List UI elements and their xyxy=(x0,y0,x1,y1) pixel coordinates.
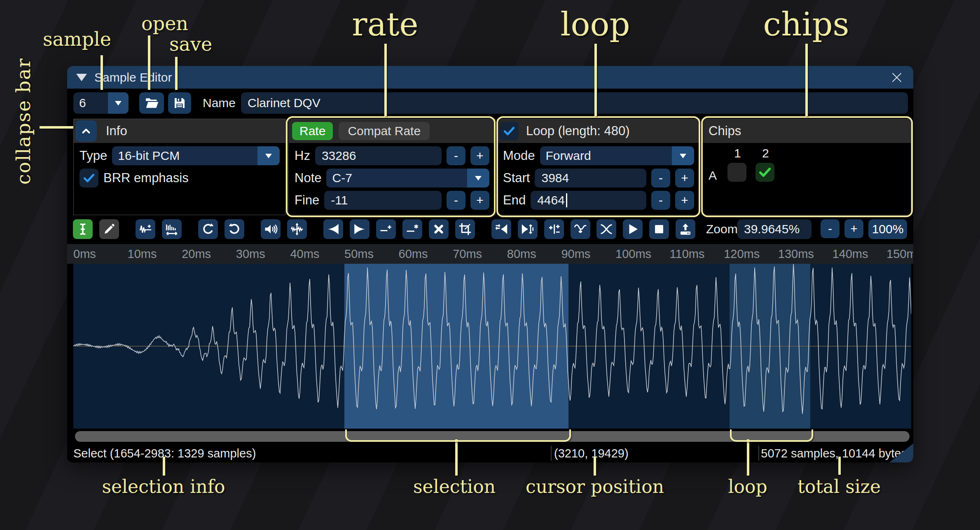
loop-end-input[interactable]: 4464 xyxy=(531,191,646,210)
chip-2-checkbox[interactable] xyxy=(755,163,774,182)
chip-1-checkbox[interactable] xyxy=(727,163,746,182)
annotation-total-size: total size xyxy=(798,476,881,497)
chips-panel: Chips 1 2 A xyxy=(702,119,911,215)
brr-emphasis-checkbox[interactable] xyxy=(80,169,98,188)
status-bar: Select (1654-2983: 1329 samples) (3210, … xyxy=(67,444,913,462)
fade-out-icon xyxy=(353,222,367,236)
filter-wave-icon xyxy=(573,222,587,236)
reverse-button[interactable] xyxy=(491,219,511,239)
loop-mode-select[interactable]: Forward xyxy=(540,146,694,165)
sample-index-value: 6 xyxy=(73,92,108,114)
horizontal-scrollbar[interactable] xyxy=(75,431,910,442)
hz-input[interactable]: 33286 xyxy=(315,146,442,165)
window-collapse-triangle-icon[interactable] xyxy=(76,74,87,81)
chevron-down-icon[interactable] xyxy=(108,92,129,114)
fade-out-button[interactable] xyxy=(350,219,370,239)
brr-emphasis-label: BRR emphasis xyxy=(103,171,189,185)
apply-silence-button[interactable] xyxy=(402,219,422,239)
fade-in-button[interactable] xyxy=(323,219,343,239)
ruler-tick: 120ms xyxy=(724,244,760,264)
upload-icon xyxy=(678,222,692,236)
annotation-rate: rate xyxy=(352,6,418,43)
loop-start-minus-button[interactable]: - xyxy=(651,169,670,188)
zoom-in-button[interactable]: + xyxy=(844,219,863,238)
hz-minus-button[interactable]: - xyxy=(447,146,465,165)
note-value: C-7 xyxy=(326,169,467,188)
fine-input[interactable]: -11 xyxy=(324,191,442,210)
filter-button[interactable] xyxy=(571,219,590,239)
open-sample-button[interactable] xyxy=(139,92,164,114)
annotation-save: save xyxy=(169,33,212,55)
zoom-label: Zoom xyxy=(706,219,738,239)
loop-start-plus-button[interactable]: + xyxy=(675,169,694,188)
annotation-selection: selection xyxy=(413,476,496,497)
ruler-tick: 130ms xyxy=(778,244,814,264)
draw-mode-button[interactable] xyxy=(99,219,119,239)
annotation-line-selection-info xyxy=(163,457,165,476)
name-label: Name xyxy=(203,89,236,117)
annotation-cursor-position: cursor position xyxy=(526,476,664,497)
chip-column-1: 1 xyxy=(734,146,741,160)
close-button[interactable] xyxy=(888,69,906,86)
info-panel: Info Type 16-bit PCM BRR emphasis xyxy=(73,119,286,215)
crossfade-button[interactable] xyxy=(596,219,616,239)
note-select[interactable]: C-7 xyxy=(326,169,489,188)
loop-enable-checkbox[interactable] xyxy=(500,122,519,141)
zoom-out-button[interactable]: - xyxy=(821,219,840,238)
annotation-line-save xyxy=(175,57,178,90)
zoom-reset-button[interactable]: 100% xyxy=(868,219,907,239)
text-caret xyxy=(566,193,567,207)
undo-icon xyxy=(201,222,215,236)
chip-row-label: A xyxy=(709,169,717,183)
check-icon xyxy=(82,171,96,185)
tab-compat-rate[interactable]: Compat Rate xyxy=(339,122,430,140)
fine-minus-button[interactable]: - xyxy=(447,191,465,210)
sample-type-select[interactable]: 16-bit PCM xyxy=(112,146,280,165)
zoom-input[interactable]: 39.9645% xyxy=(737,219,812,239)
sample-index-select[interactable]: 6 xyxy=(73,92,129,114)
sample-editor-window: Sample Editor 6 xyxy=(67,66,913,462)
annotation-sample: sample xyxy=(43,28,111,50)
status-divider xyxy=(758,446,759,461)
insert-silence-button[interactable] xyxy=(376,219,396,239)
annotation-line-open xyxy=(148,35,150,90)
hz-plus-button[interactable]: + xyxy=(470,146,489,165)
redo-icon xyxy=(227,222,241,236)
import-button[interactable] xyxy=(676,219,695,239)
stop-button[interactable] xyxy=(649,219,669,239)
tab-rate[interactable]: Rate xyxy=(292,122,333,140)
play-button[interactable] xyxy=(623,219,643,239)
save-sample-button[interactable] xyxy=(168,92,191,114)
select-mode-button[interactable] xyxy=(73,219,93,239)
resize-grip[interactable] xyxy=(889,443,913,462)
normalize-button[interactable] xyxy=(287,219,307,239)
open-folder-icon xyxy=(144,96,159,110)
loop-end-plus-button[interactable]: + xyxy=(675,191,694,210)
info-panel-header: Info xyxy=(74,119,285,143)
redo-button[interactable] xyxy=(225,219,244,239)
collapse-bar-button[interactable] xyxy=(75,120,97,142)
reverse-icon xyxy=(494,222,508,236)
close-icon xyxy=(890,70,904,84)
sample-name-input[interactable]: Clarinet DQV xyxy=(241,92,908,114)
fine-plus-button[interactable]: + xyxy=(470,191,489,210)
wave-stretch-icon xyxy=(165,222,179,236)
invert-button[interactable] xyxy=(518,219,538,239)
annotation-line-loop-bottom xyxy=(747,439,749,476)
trim-button[interactable] xyxy=(455,219,475,239)
delete-button[interactable] xyxy=(429,219,449,239)
ruler-tick: 40ms xyxy=(290,244,319,264)
signed-unsigned-button[interactable] xyxy=(544,219,564,239)
titlebar[interactable]: Sample Editor xyxy=(67,66,913,89)
cursor-position-text: (3210, 19429) xyxy=(554,444,629,462)
mode-label: Mode xyxy=(503,148,535,163)
undo-button[interactable] xyxy=(198,219,218,239)
loop-end-minus-button[interactable]: - xyxy=(651,191,670,210)
annotation-open: open xyxy=(141,12,188,35)
resize-button[interactable] xyxy=(162,219,182,239)
resample-button[interactable] xyxy=(136,219,155,239)
waveform-canvas[interactable] xyxy=(73,264,911,429)
ruler-tick: 90ms xyxy=(561,244,590,264)
amplify-button[interactable] xyxy=(261,219,281,239)
loop-start-input[interactable]: 3984 xyxy=(535,169,646,188)
